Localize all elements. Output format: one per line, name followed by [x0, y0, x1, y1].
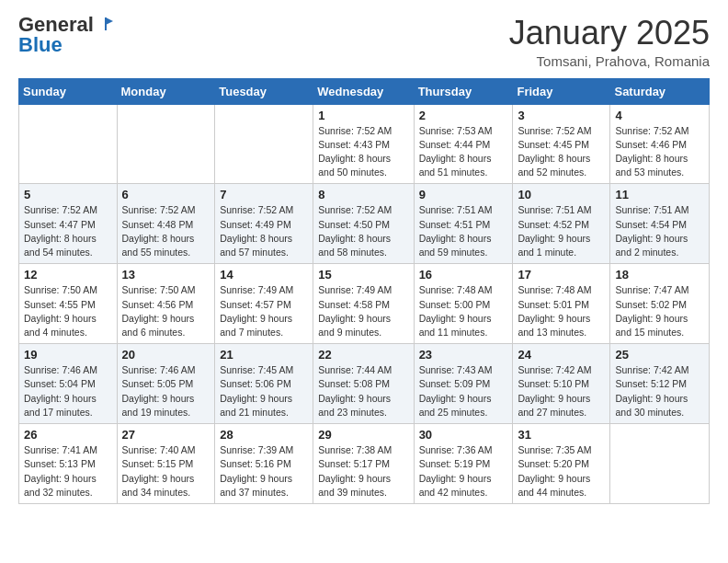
- calendar-cell: 18Sunrise: 7:47 AM Sunset: 5:02 PM Dayli…: [610, 264, 710, 344]
- day-info: Sunrise: 7:38 AM Sunset: 5:17 PM Dayligh…: [318, 443, 408, 500]
- day-number: 26: [24, 428, 112, 442]
- calendar-cell: 10Sunrise: 7:51 AM Sunset: 4:52 PM Dayli…: [513, 184, 610, 264]
- day-number: 25: [615, 348, 704, 362]
- day-number: 8: [318, 188, 408, 201]
- day-info: Sunrise: 7:49 AM Sunset: 4:58 PM Dayligh…: [318, 283, 408, 339]
- logo: General Blue: [18, 15, 113, 55]
- calendar-cell: 1Sunrise: 7:52 AM Sunset: 4:43 PM Daylig…: [313, 104, 414, 184]
- calendar-cell: 15Sunrise: 7:49 AM Sunset: 4:58 PM Dayli…: [313, 264, 414, 344]
- day-number: 11: [615, 188, 704, 201]
- day-info: Sunrise: 7:49 AM Sunset: 4:57 PM Dayligh…: [220, 283, 308, 339]
- calendar-cell: [215, 104, 313, 184]
- calendar-cell: 20Sunrise: 7:46 AM Sunset: 5:05 PM Dayli…: [117, 344, 215, 424]
- calendar-cell: 4Sunrise: 7:52 AM Sunset: 4:46 PM Daylig…: [610, 104, 710, 184]
- day-info: Sunrise: 7:53 AM Sunset: 4:44 PM Dayligh…: [419, 124, 508, 180]
- svg-marker-0: [106, 17, 113, 25]
- day-info: Sunrise: 7:46 AM Sunset: 5:04 PM Dayligh…: [24, 363, 112, 419]
- day-info: Sunrise: 7:51 AM Sunset: 4:51 PM Dayligh…: [419, 203, 508, 259]
- day-number: 5: [24, 188, 112, 201]
- day-info: Sunrise: 7:35 AM Sunset: 5:20 PM Dayligh…: [518, 443, 605, 500]
- day-number: 9: [419, 188, 508, 201]
- calendar-cell: 5Sunrise: 7:52 AM Sunset: 4:47 PM Daylig…: [19, 184, 118, 264]
- day-info: Sunrise: 7:52 AM Sunset: 4:48 PM Dayligh…: [122, 203, 210, 259]
- calendar-page: General Blue January 2025 Tomsani, Praho…: [0, 0, 728, 563]
- calendar-cell: 8Sunrise: 7:52 AM Sunset: 4:50 PM Daylig…: [313, 184, 414, 264]
- calendar-cell: 29Sunrise: 7:38 AM Sunset: 5:17 PM Dayli…: [313, 424, 414, 504]
- calendar-cell: 19Sunrise: 7:46 AM Sunset: 5:04 PM Dayli…: [19, 344, 118, 424]
- day-number: 31: [518, 428, 605, 442]
- calendar-cell: 16Sunrise: 7:48 AM Sunset: 5:00 PM Dayli…: [414, 264, 513, 344]
- calendar-cell: 28Sunrise: 7:39 AM Sunset: 5:16 PM Dayli…: [215, 424, 313, 504]
- day-info: Sunrise: 7:50 AM Sunset: 4:56 PM Dayligh…: [122, 283, 210, 339]
- day-info: Sunrise: 7:36 AM Sunset: 5:19 PM Dayligh…: [419, 443, 508, 500]
- day-number: 21: [220, 348, 308, 362]
- weekday-header-row: SundayMondayTuesdayWednesdayThursdayFrid…: [19, 78, 710, 104]
- location-title: Tomsani, Prahova, Romania: [509, 53, 710, 69]
- calendar-cell: 17Sunrise: 7:48 AM Sunset: 5:01 PM Dayli…: [513, 264, 610, 344]
- day-number: 27: [122, 428, 210, 442]
- day-info: Sunrise: 7:42 AM Sunset: 5:12 PM Dayligh…: [615, 363, 704, 419]
- day-info: Sunrise: 7:42 AM Sunset: 5:10 PM Dayligh…: [518, 363, 605, 419]
- calendar-cell: 24Sunrise: 7:42 AM Sunset: 5:10 PM Dayli…: [513, 344, 610, 424]
- day-number: 24: [518, 348, 605, 362]
- day-number: 1: [318, 109, 408, 122]
- calendar-cell: 25Sunrise: 7:42 AM Sunset: 5:12 PM Dayli…: [610, 344, 710, 424]
- month-title: January 2025: [509, 15, 710, 52]
- day-info: Sunrise: 7:52 AM Sunset: 4:43 PM Dayligh…: [318, 124, 408, 180]
- weekday-header-thursday: Thursday: [414, 78, 513, 104]
- calendar-cell: [610, 424, 710, 504]
- day-number: 16: [419, 268, 508, 282]
- day-info: Sunrise: 7:52 AM Sunset: 4:49 PM Dayligh…: [220, 203, 308, 259]
- calendar-table: SundayMondayTuesdayWednesdayThursdayFrid…: [18, 78, 710, 504]
- day-number: 6: [122, 188, 210, 201]
- day-info: Sunrise: 7:47 AM Sunset: 5:02 PM Dayligh…: [615, 283, 704, 339]
- day-number: 7: [220, 188, 308, 201]
- weekday-header-friday: Friday: [513, 78, 610, 104]
- day-info: Sunrise: 7:48 AM Sunset: 5:01 PM Dayligh…: [518, 283, 605, 339]
- logo-flag-icon: [97, 16, 113, 32]
- day-number: 29: [318, 428, 408, 442]
- day-number: 17: [518, 268, 605, 282]
- calendar-cell: 6Sunrise: 7:52 AM Sunset: 4:48 PM Daylig…: [117, 184, 215, 264]
- calendar-week-row: 26Sunrise: 7:41 AM Sunset: 5:13 PM Dayli…: [19, 424, 710, 504]
- day-info: Sunrise: 7:51 AM Sunset: 4:54 PM Dayligh…: [615, 203, 704, 259]
- day-info: Sunrise: 7:43 AM Sunset: 5:09 PM Dayligh…: [419, 363, 508, 419]
- calendar-cell: 30Sunrise: 7:36 AM Sunset: 5:19 PM Dayli…: [414, 424, 513, 504]
- calendar-cell: 31Sunrise: 7:35 AM Sunset: 5:20 PM Dayli…: [513, 424, 610, 504]
- weekday-header-monday: Monday: [117, 78, 215, 104]
- calendar-cell: 7Sunrise: 7:52 AM Sunset: 4:49 PM Daylig…: [215, 184, 313, 264]
- day-number: 14: [220, 268, 308, 282]
- day-number: 13: [122, 268, 210, 282]
- calendar-cell: 26Sunrise: 7:41 AM Sunset: 5:13 PM Dayli…: [19, 424, 118, 504]
- day-info: Sunrise: 7:52 AM Sunset: 4:47 PM Dayligh…: [24, 203, 112, 259]
- day-number: 10: [518, 188, 605, 201]
- day-number: 3: [518, 109, 605, 122]
- day-info: Sunrise: 7:52 AM Sunset: 4:46 PM Dayligh…: [615, 124, 704, 180]
- day-info: Sunrise: 7:51 AM Sunset: 4:52 PM Dayligh…: [518, 203, 605, 259]
- day-number: 20: [122, 348, 210, 362]
- day-info: Sunrise: 7:52 AM Sunset: 4:45 PM Dayligh…: [518, 124, 605, 180]
- calendar-cell: 11Sunrise: 7:51 AM Sunset: 4:54 PM Dayli…: [610, 184, 710, 264]
- day-number: 19: [24, 348, 112, 362]
- day-info: Sunrise: 7:52 AM Sunset: 4:50 PM Dayligh…: [318, 203, 408, 259]
- calendar-cell: [19, 104, 118, 184]
- calendar-cell: 9Sunrise: 7:51 AM Sunset: 4:51 PM Daylig…: [414, 184, 513, 264]
- calendar-cell: 21Sunrise: 7:45 AM Sunset: 5:06 PM Dayli…: [215, 344, 313, 424]
- day-info: Sunrise: 7:39 AM Sunset: 5:16 PM Dayligh…: [220, 443, 308, 500]
- day-info: Sunrise: 7:41 AM Sunset: 5:13 PM Dayligh…: [24, 443, 112, 500]
- day-number: 2: [419, 109, 508, 122]
- day-number: 12: [24, 268, 112, 282]
- calendar-week-row: 12Sunrise: 7:50 AM Sunset: 4:55 PM Dayli…: [19, 264, 710, 344]
- logo-general-text: General: [18, 15, 94, 35]
- day-info: Sunrise: 7:45 AM Sunset: 5:06 PM Dayligh…: [220, 363, 308, 419]
- day-number: 23: [419, 348, 508, 362]
- weekday-header-wednesday: Wednesday: [313, 78, 414, 104]
- calendar-cell: 14Sunrise: 7:49 AM Sunset: 4:57 PM Dayli…: [215, 264, 313, 344]
- weekday-header-saturday: Saturday: [610, 78, 710, 104]
- day-number: 18: [615, 268, 704, 282]
- day-info: Sunrise: 7:50 AM Sunset: 4:55 PM Dayligh…: [24, 283, 112, 339]
- calendar-week-row: 19Sunrise: 7:46 AM Sunset: 5:04 PM Dayli…: [19, 344, 710, 424]
- calendar-cell: 22Sunrise: 7:44 AM Sunset: 5:08 PM Dayli…: [313, 344, 414, 424]
- day-number: 28: [220, 428, 308, 442]
- calendar-cell: 2Sunrise: 7:53 AM Sunset: 4:44 PM Daylig…: [414, 104, 513, 184]
